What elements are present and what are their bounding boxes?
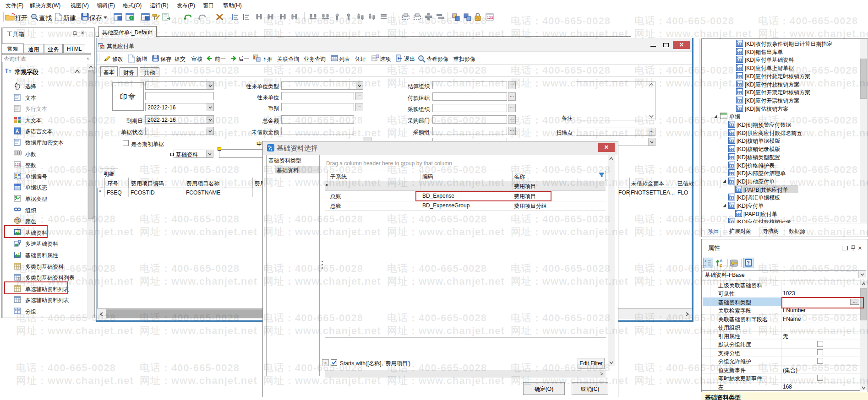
svg-text:A: A — [16, 129, 19, 134]
svg-text:A: A — [720, 259, 723, 263]
svg-text:123: 123 — [15, 162, 21, 167]
svg-text:123: 123 — [487, 16, 493, 20]
svg-text:?: ? — [747, 260, 750, 265]
svg-text:i: i — [131, 16, 132, 20]
svg-text:-: - — [704, 263, 706, 266]
svg-text:Z: Z — [720, 263, 722, 268]
svg-text:8: 8 — [253, 55, 256, 59]
